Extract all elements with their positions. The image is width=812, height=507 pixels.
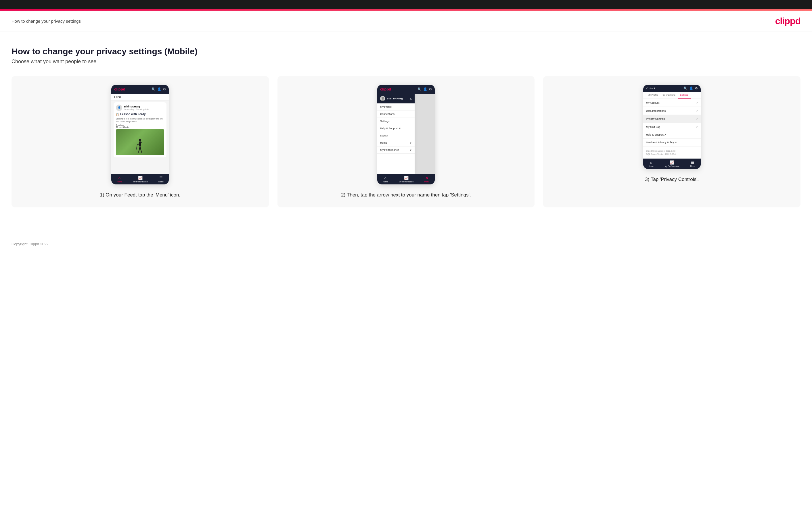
search-icon-3: 🔍 [683,87,688,90]
footer: Copyright Clippd 2022 [0,236,812,252]
home-label-3: Home [648,165,654,167]
user-icon-3: 👤 [689,87,693,90]
bottom2-nav-menu: ✕ Menu [424,176,429,183]
performance-label-3: My Performance [665,165,679,167]
performance-icon-3: 📈 [670,160,674,165]
menu-performance-label: My Performance [380,149,399,151]
menu-settings-label: Settings [380,120,390,123]
settings-row-privacy[interactable]: Privacy Controls > [643,115,701,123]
bottom-nav-home: ⌂ Home [117,176,122,183]
settings-account-arrow: > [696,101,698,104]
settings-icon: ⚙ [163,87,166,91]
menu-item-logout[interactable]: Logout [377,132,415,139]
top-bar [0,0,812,9]
menu-performance-arrow: ∨ [410,149,412,151]
settings-golf-bag-label: My Golf Bag [646,125,660,128]
menu-section-performance[interactable]: My Performance ∨ [377,147,415,154]
home-label-2: Home [383,181,388,183]
back-arrow-icon: < [646,87,648,90]
settings-list: My Account > Data Integrations > Privacy… [643,99,701,159]
bottom2-nav-performance: 📈 My Performance [399,176,413,183]
post-header: 👤 Blair McHarg Yesterday · Sunningdale [116,105,164,111]
settings-privacy-arrow: > [696,117,698,120]
menu-help-label: Help & Support ↗ [380,127,401,130]
menu-item-profile[interactable]: My Profile [377,103,415,111]
menu-user-row: Blair McHarg ∧ [377,94,415,103]
steps-grid: clippd 🔍 👤 ⚙ Feed 👤 Blair McHarg [11,76,801,208]
tab-my-profile[interactable]: My Profile [646,92,660,99]
phone-mockup-2: clippd 🔍 👤 ⚙ [377,85,435,184]
menu-user-info: Blair McHarg [380,96,403,101]
settings-row-account[interactable]: My Account > [643,99,701,107]
settings-version: Clippd Client Version: 2022.8.3-3 GQL Se… [643,147,701,159]
menu-item-connections[interactable]: Connections [377,111,415,118]
menu-profile-label: My Profile [380,105,392,108]
menu-item-settings[interactable]: Settings [377,118,415,125]
menu-icon-3: ☰ [691,160,695,165]
post-card: 👤 Blair McHarg Yesterday · Sunningdale 📋… [113,102,166,157]
settings-row-help[interactable]: Help & Support ↗ [643,131,701,139]
phone1-body: Feed 👤 Blair McHarg Yesterday · Sunningd… [111,94,169,174]
settings-service-label: Service & Privacy Policy ↗ [646,141,677,144]
settings-row-data-integrations[interactable]: Data Integrations > [643,107,701,115]
copyright: Copyright Clippd 2022 [11,242,49,246]
menu-bg-overlay [415,94,435,174]
menu-connections-label: Connections [380,113,395,115]
bottom3-nav-performance: 📈 My Performance [665,160,679,167]
menu-home-label: Home [380,141,387,144]
main-content: How to change your privacy settings (Mob… [0,32,812,236]
menu-icon: ☰ [159,176,163,180]
phone3-bottom-nav: ⌂ Home 📈 My Performance ☰ Menu [643,159,701,169]
user-icon: 👤 [157,87,161,91]
bottom3-nav-menu: ☰ Menu [690,160,695,167]
menu-section-home[interactable]: Home ∨ [377,139,415,147]
performance-label: My Performance [133,181,148,183]
page-subheading: Choose what you want people to see [11,59,801,65]
bottom-nav-menu: ☰ Menu [158,176,164,183]
menu-collapse-arrow: ∧ [410,97,412,100]
step-2-card: clippd 🔍 👤 ⚙ [277,76,535,208]
home-icon-2: ⌂ [384,176,387,180]
post-title: Lesson with Fordy [120,113,146,116]
tab-settings[interactable]: Settings [678,92,691,99]
post-user-meta: Yesterday · Sunningdale [124,108,149,111]
performance-icon-2: 📈 [404,176,409,180]
menu-item-help[interactable]: Help & Support ↗ [377,125,415,132]
bottom-nav-performance: 📈 My Performance [133,176,148,183]
back-button[interactable]: < Back [646,87,655,90]
post-user-info: Blair McHarg Yesterday · Sunningdale [124,105,149,111]
page-heading: How to change your privacy settings (Mob… [11,47,801,56]
svg-line-6 [136,145,137,149]
phone3-back-bar: < Back 🔍 👤 ⚙ [643,85,701,92]
phone2-icons: 🔍 👤 ⚙ [417,87,432,91]
phone1-nav: clippd 🔍 👤 ⚙ [111,85,169,94]
search-icon-2: 🔍 [417,87,421,91]
post-duration: Duration 01 hr : 30 min [116,124,164,128]
settings-icon-2: ⚙ [429,87,432,91]
home-icon: ⌂ [118,176,120,180]
settings-row-golf-bag[interactable]: My Golf Bag > [643,123,701,131]
performance-label-2: My Performance [399,181,413,183]
menu-avatar [380,96,385,101]
settings-row-service[interactable]: Service & Privacy Policy ↗ [643,139,701,147]
phone2-nav: clippd 🔍 👤 ⚙ [377,85,435,94]
menu-user-name: Blair McHarg [387,97,403,100]
tab-connections[interactable]: Connections [660,92,677,99]
performance-icon: 📈 [138,176,143,180]
menu-label: Menu [158,181,164,183]
menu-icon-2: ✕ [425,176,428,180]
svg-point-8 [381,99,385,101]
phone1-feed-tab: Feed [111,94,169,101]
menu-home-arrow: ∨ [410,141,412,144]
svg-rect-1 [139,141,141,147]
menu-overlay: Blair McHarg ∧ My Profile Connections [377,94,435,174]
golfer-silhouette [136,138,144,154]
header-title: How to change your privacy settings [11,19,81,23]
header: How to change your privacy settings clip… [0,11,812,32]
home-icon-3: ⌂ [650,160,652,165]
user-icon-2: 👤 [423,87,427,91]
settings-account-label: My Account [646,101,660,104]
menu-label-3: Menu [690,165,695,167]
settings-data-label: Data Integrations [646,109,666,112]
phone-mockup-1: clippd 🔍 👤 ⚙ Feed 👤 Blair McHarg [111,85,169,184]
